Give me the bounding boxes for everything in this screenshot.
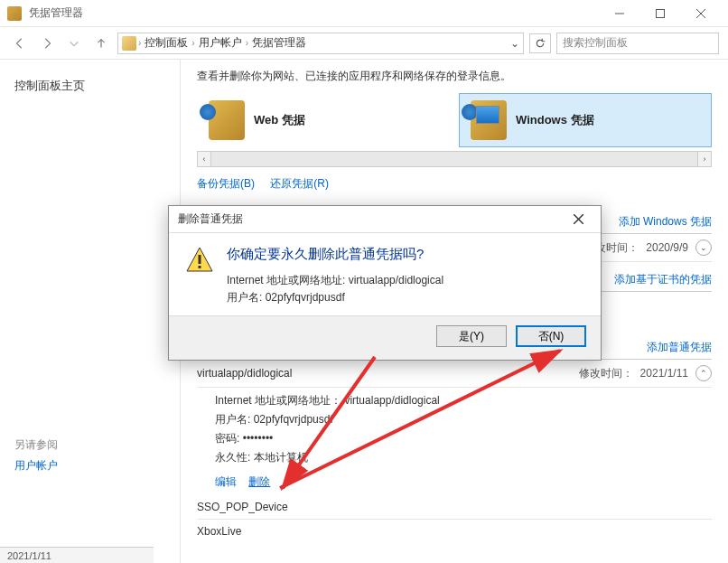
app-icon	[7, 6, 22, 21]
tab-web-credentials[interactable]: Web 凭据	[197, 93, 450, 147]
dialog-user-line: 用户名: 02pfyfqvrjdpusdf	[227, 289, 443, 306]
item-name: XboxLive	[197, 525, 241, 538]
close-button[interactable]	[680, 0, 721, 27]
detail-pwd-label: 密码:	[215, 432, 239, 445]
detail-persist-value: 本地计算机	[254, 451, 308, 464]
item-name: SSO_POP_Device	[197, 501, 288, 513]
add-windows-credential-link[interactable]: 添加 Windows 凭据	[619, 214, 712, 230]
maximize-button[interactable]	[639, 0, 680, 27]
item-date: 2021/1/11	[640, 367, 688, 380]
monitor-icon	[476, 106, 499, 124]
refresh-button[interactable]	[529, 33, 551, 53]
detail-persist-label: 永久性:	[215, 451, 250, 464]
sidebar-user-accounts[interactable]: 用户帐户	[14, 458, 165, 474]
search-input[interactable]: 搜索控制面板	[556, 33, 719, 54]
tab-web-label: Web 凭据	[254, 112, 305, 128]
list-item-virtualapp[interactable]: virtualapp/didlogical 修改时间： 2021/1/11 ⌃	[197, 360, 712, 388]
taskbar-stub: 2021/1/11	[0, 547, 154, 563]
crumb-credential-manager[interactable]: 凭据管理器	[250, 35, 308, 51]
horizontal-scrollbar[interactable]: ‹ ›	[197, 151, 712, 167]
svg-rect-1	[656, 9, 664, 17]
up-button[interactable]	[90, 33, 112, 54]
backup-credentials-link[interactable]: 备份凭据(B)	[197, 177, 255, 190]
search-placeholder: 搜索控制面板	[563, 35, 628, 51]
svg-rect-7	[199, 255, 201, 264]
detail-pwd-value: ••••••••	[243, 432, 274, 445]
chevron-down-icon[interactable]: ⌄	[695, 239, 712, 256]
detail-addr-value: virtualapp/didlogical	[344, 394, 439, 407]
tab-windows-credentials[interactable]: Windows 凭据	[459, 93, 712, 147]
sidebar: 控制面板主页 另请参阅 用户帐户	[0, 60, 181, 563]
chevron-right-icon: ›	[246, 38, 248, 48]
crumb-control-panel[interactable]: 控制面板	[143, 35, 190, 51]
edit-link[interactable]: 编辑	[215, 475, 237, 488]
list-item-xbox[interactable]: XboxLive	[197, 520, 712, 543]
chevron-right-icon: ›	[138, 38, 141, 48]
scroll-left-icon[interactable]: ‹	[197, 151, 211, 167]
title-bar: 凭据管理器	[0, 0, 728, 27]
delete-link[interactable]: 删除	[248, 475, 270, 488]
item-name: virtualapp/didlogical	[197, 367, 292, 380]
item-date: 2020/9/9	[646, 241, 688, 254]
dialog-addr-line: Internet 地址或网络地址: virtualapp/didlogical	[227, 272, 443, 289]
dialog-close-button[interactable]	[565, 209, 592, 230]
minimize-button[interactable]	[599, 0, 639, 27]
delete-confirmation-dialog: 删除普通凭据 你确定要永久删除此普通凭据吗? Internet 地址或网络地址:…	[168, 205, 602, 361]
svg-rect-8	[199, 266, 201, 268]
no-button[interactable]: 否(N)	[516, 325, 586, 347]
chevron-right-icon: ›	[191, 38, 194, 48]
add-generic-credential-link[interactable]: 添加普通凭据	[647, 340, 712, 355]
back-button[interactable]	[9, 33, 31, 54]
item-mod-label: 修改时间：	[579, 366, 633, 381]
restore-credentials-link[interactable]: 还原凭据(R)	[270, 177, 329, 190]
tab-windows-label: Windows 凭据	[516, 112, 594, 128]
window-title: 凭据管理器	[29, 5, 83, 21]
detail-addr-label: Internet 地址或网络地址：	[215, 394, 341, 407]
footer-timestamp: 2021/1/11	[7, 550, 51, 561]
scroll-right-icon[interactable]: ›	[697, 151, 712, 167]
credential-details: Internet 地址或网络地址： virtualapp/didlogical …	[197, 388, 712, 474]
folder-icon	[122, 36, 136, 51]
sidebar-see-also: 另请参阅	[14, 437, 165, 453]
detail-user-value: 02pfyfqvrjdpusdf	[254, 413, 333, 426]
list-item-sso[interactable]: SSO_POP_Device	[197, 495, 712, 520]
chevron-up-icon[interactable]: ⌃	[695, 365, 712, 381]
add-cert-credential-link[interactable]: 添加基于证书的凭据	[614, 272, 712, 287]
breadcrumb[interactable]: › 控制面板 › 用户帐户 › 凭据管理器 ⌄	[117, 33, 524, 54]
yes-button[interactable]: 是(Y)	[436, 325, 507, 347]
detail-user-label: 用户名:	[215, 413, 250, 426]
dialog-question: 你确定要永久删除此普通凭据吗?	[227, 246, 443, 263]
navigation-bar: › 控制面板 › 用户帐户 › 凭据管理器 ⌄ 搜索控制面板	[0, 27, 728, 60]
sidebar-home[interactable]: 控制面板主页	[14, 78, 165, 94]
warning-icon	[185, 246, 214, 275]
dialog-title: 删除普通凭据	[178, 211, 243, 227]
crumb-user-accounts[interactable]: 用户帐户	[197, 35, 244, 51]
forward-button[interactable]	[36, 33, 58, 54]
chevron-down-icon[interactable]: ⌄	[510, 37, 519, 50]
intro-text: 查看并删除你为网站、已连接的应用程序和网络保存的登录信息。	[197, 69, 712, 84]
safe-icon	[209, 100, 245, 140]
recent-button[interactable]	[63, 33, 85, 54]
